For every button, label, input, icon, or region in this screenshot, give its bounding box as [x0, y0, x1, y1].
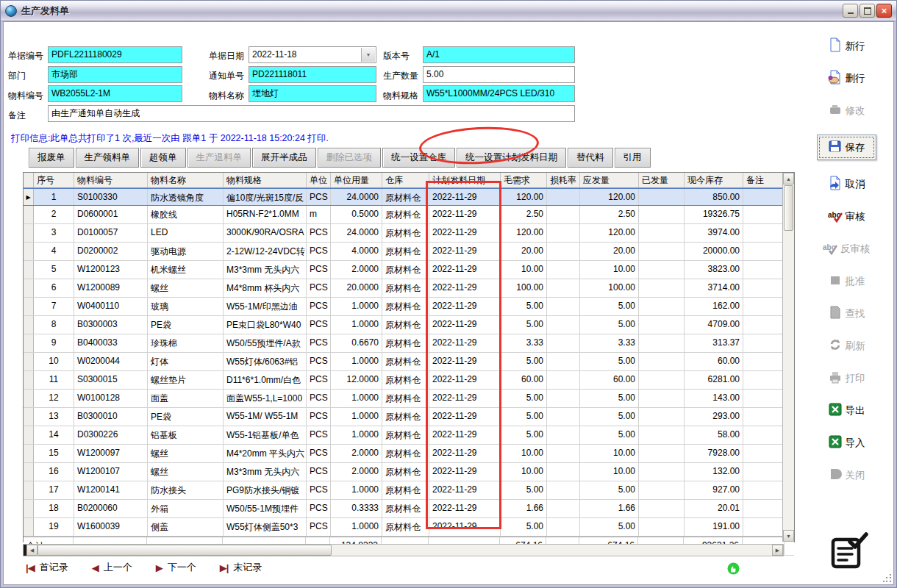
cell-warehouse[interactable]: 原材料仓 [382, 243, 429, 260]
cell-unit[interactable]: PCS [307, 426, 331, 444]
cell-unit[interactable]: PCS [307, 316, 331, 334]
cell-material-spec[interactable]: 偏10度/光斑15度/反 [224, 189, 307, 205]
cell-stock[interactable]: 132.00 [685, 463, 743, 481]
cancel-button[interactable]: 取消 [828, 176, 865, 193]
over-picking-order-button[interactable]: 超领单 [140, 148, 186, 168]
next-record-button[interactable]: ▶下一个 [156, 561, 196, 574]
cell-issued[interactable] [639, 334, 685, 352]
first-record-button[interactable]: |◀首记录 [26, 561, 68, 574]
cell-unit-usage[interactable]: 24.0000 [331, 189, 382, 205]
row-selector[interactable] [24, 445, 34, 462]
cell-loss-rate[interactable] [547, 279, 580, 297]
cell-plan-issue-date[interactable]: 2022-11-29 [429, 334, 501, 352]
new-row-button[interactable]: 新行 [828, 37, 865, 54]
cell-warehouse[interactable]: 原材料仓 [382, 408, 429, 426]
table-row[interactable]: 17W1200141防水接头PG9防水接头/铜镀PCS1.0000原材料仓202… [24, 481, 794, 500]
cell-material-name[interactable]: 侧盖 [148, 518, 224, 536]
cell-plan-issue-date[interactable]: 2022-11-29 [429, 316, 501, 334]
cell-unit[interactable]: m [307, 206, 331, 223]
row-selector[interactable] [24, 298, 34, 315]
row-selector[interactable] [24, 518, 34, 536]
cell-material-name[interactable]: 防水透镜角度 [148, 189, 224, 205]
cell-unit-usage[interactable]: 1.0000 [331, 316, 382, 334]
cell-issued[interactable] [639, 426, 685, 444]
cell-warehouse[interactable]: 原材料仓 [382, 371, 429, 389]
row-selector[interactable] [24, 243, 34, 260]
row-selector[interactable] [24, 206, 34, 223]
cell-stock[interactable]: 19326.75 [685, 206, 743, 223]
cell-loss-rate[interactable] [547, 224, 580, 242]
row-selector[interactable] [24, 334, 34, 352]
table-row[interactable]: 14D0300226铝基板W55-1铝基板/单色PCS1.0000原材料仓202… [24, 426, 794, 445]
cell-stock[interactable]: 20.01 [685, 500, 743, 517]
cell-material-name[interactable]: 外箱 [148, 500, 224, 517]
cell-gross-demand[interactable]: 5.00 [501, 353, 547, 370]
cell-remark[interactable] [743, 500, 785, 517]
row-selector[interactable] [24, 426, 34, 444]
cell-unit[interactable]: PCS [307, 279, 331, 297]
cell-should-issue[interactable]: 5.00 [580, 316, 639, 334]
cell-material-code[interactable]: W1600039 [74, 518, 148, 536]
cell-should-issue[interactable]: 5.00 [580, 298, 639, 315]
department-field[interactable]: 市场部 [48, 66, 182, 83]
cell-gross-demand[interactable]: 1.66 [501, 500, 547, 517]
import-button[interactable]: 导入 [828, 434, 865, 451]
cell-stock[interactable]: 4709.00 [685, 316, 743, 334]
cell-material-code[interactable]: B0400033 [74, 334, 148, 352]
cell-gross-demand[interactable]: 3.33 [501, 334, 547, 352]
cell-should-issue[interactable]: 10.00 [580, 261, 639, 279]
cell-warehouse[interactable]: 原材料仓 [382, 261, 429, 279]
cell-warehouse[interactable]: 原材料仓 [382, 189, 429, 205]
cell-seq[interactable]: 4 [34, 243, 74, 260]
cell-remark[interactable] [743, 445, 785, 462]
save-button[interactable]: 保存 [817, 135, 876, 160]
cell-seq[interactable]: 10 [34, 353, 74, 370]
cell-unit-usage[interactable]: 0.3333 [331, 500, 382, 517]
cell-material-name[interactable]: 面盖 [148, 390, 224, 407]
cell-should-issue[interactable]: 10.00 [580, 463, 639, 481]
cell-plan-issue-date[interactable]: 2022-11-29 [429, 390, 501, 407]
cell-should-issue[interactable]: 5.00 [580, 481, 639, 499]
table-row[interactable]: 4D0200002驱动电源2-12W/12-24VDC转PCS4.0000原材料… [24, 243, 794, 261]
cell-warehouse[interactable]: 原材料仓 [382, 463, 429, 481]
set-warehouse-all-button[interactable]: 统一设置仓库 [382, 148, 455, 168]
cell-loss-rate[interactable] [547, 481, 580, 499]
cell-material-code[interactable]: W1200123 [74, 261, 148, 279]
cell-material-code[interactable]: W1200089 [74, 279, 148, 297]
cell-seq[interactable]: 19 [34, 518, 74, 536]
cell-gross-demand[interactable]: 10.00 [501, 261, 547, 279]
cell-gross-demand[interactable]: 10.00 [501, 463, 547, 481]
row-selector[interactable]: ▶ [24, 189, 34, 205]
cell-remark[interactable] [743, 189, 785, 205]
cell-stock[interactable]: 162.00 [685, 298, 743, 315]
cell-unit[interactable]: PCS [307, 371, 331, 389]
scroll-left-icon[interactable]: ◀ [26, 545, 37, 556]
horizontal-scroll-thumb[interactable] [37, 545, 332, 556]
cell-loss-rate[interactable] [547, 371, 580, 389]
cell-seq[interactable]: 3 [34, 224, 74, 242]
cell-plan-issue-date[interactable]: 2022-11-29 [429, 224, 501, 242]
cell-loss-rate[interactable] [547, 316, 580, 334]
row-selector[interactable] [24, 463, 34, 481]
cell-seq[interactable]: 7 [34, 298, 74, 315]
cell-seq[interactable]: 11 [34, 371, 74, 389]
cell-unit[interactable]: PCS [307, 224, 331, 242]
cell-material-name[interactable]: 螺丝垫片 [148, 371, 224, 389]
cell-material-name[interactable]: 灯体 [148, 353, 224, 370]
cell-stock[interactable]: 3974.00 [685, 224, 743, 242]
prod-qty-field[interactable]: 5.00 [423, 66, 575, 83]
resize-grip[interactable] [883, 574, 892, 583]
cell-issued[interactable] [639, 224, 685, 242]
cell-material-code[interactable]: S0100330 [74, 189, 148, 205]
scroll-down-icon[interactable]: ▼ [783, 530, 794, 542]
cell-warehouse[interactable]: 原材料仓 [382, 279, 429, 297]
cell-loss-rate[interactable] [547, 189, 580, 205]
cell-material-spec[interactable]: W50/55-1M预埋件 [224, 500, 307, 517]
cell-unit[interactable]: PCS [307, 463, 331, 481]
cell-material-code[interactable]: D0600001 [74, 206, 148, 223]
cell-stock[interactable]: 191.00 [685, 518, 743, 536]
cell-gross-demand[interactable]: 120.00 [501, 189, 547, 205]
cell-remark[interactable] [743, 353, 785, 370]
cell-material-spec[interactable]: M4*8mm 杯头内六 [224, 279, 307, 297]
cell-warehouse[interactable]: 原材料仓 [382, 481, 429, 499]
